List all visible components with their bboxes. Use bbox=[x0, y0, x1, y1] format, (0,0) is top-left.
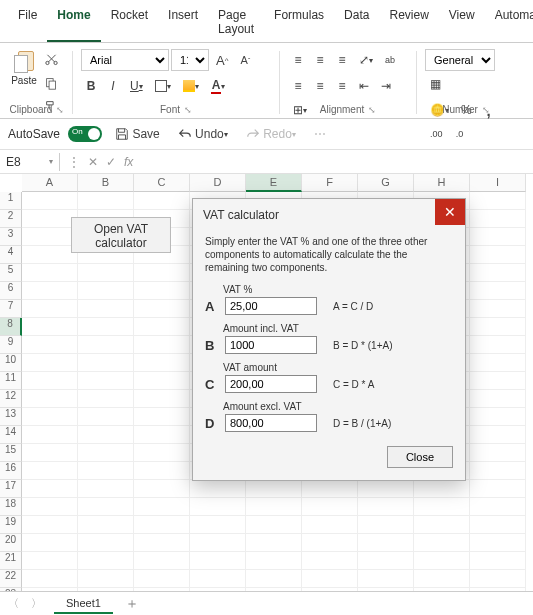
cell[interactable] bbox=[22, 336, 78, 354]
cell[interactable] bbox=[134, 534, 190, 552]
sheet-nav-next[interactable]: 〉 bbox=[31, 596, 42, 611]
cell[interactable] bbox=[22, 534, 78, 552]
cell[interactable] bbox=[78, 408, 134, 426]
italic-button[interactable]: I bbox=[103, 75, 123, 97]
cell[interactable] bbox=[302, 552, 358, 570]
cell[interactable] bbox=[78, 318, 134, 336]
font-family-select[interactable]: Arial bbox=[81, 49, 169, 71]
align-middle-button[interactable]: ≡ bbox=[310, 49, 330, 71]
cell[interactable] bbox=[470, 192, 526, 210]
fx-icon[interactable]: fx bbox=[124, 155, 133, 169]
col-header-F[interactable]: F bbox=[302, 174, 358, 192]
cell[interactable] bbox=[358, 534, 414, 552]
cell[interactable] bbox=[190, 480, 246, 498]
cell[interactable] bbox=[302, 534, 358, 552]
borders-button[interactable]: ▾ bbox=[150, 75, 176, 97]
cell[interactable] bbox=[190, 534, 246, 552]
cell[interactable] bbox=[246, 570, 302, 588]
col-header-A[interactable]: A bbox=[22, 174, 78, 192]
cell[interactable] bbox=[470, 534, 526, 552]
increase-indent-button[interactable]: ⇥ bbox=[376, 75, 396, 97]
cell[interactable] bbox=[22, 228, 78, 246]
cell[interactable] bbox=[470, 480, 526, 498]
cell[interactable] bbox=[78, 480, 134, 498]
cell[interactable] bbox=[134, 462, 190, 480]
col-header-H[interactable]: H bbox=[414, 174, 470, 192]
cell[interactable] bbox=[358, 498, 414, 516]
cell[interactable] bbox=[134, 444, 190, 462]
row-header-4[interactable]: 4 bbox=[0, 246, 22, 264]
cell[interactable] bbox=[302, 516, 358, 534]
row-header-13[interactable]: 13 bbox=[0, 408, 22, 426]
cell[interactable] bbox=[470, 516, 526, 534]
row-header-19[interactable]: 19 bbox=[0, 516, 22, 534]
cell[interactable] bbox=[22, 516, 78, 534]
cell[interactable] bbox=[22, 480, 78, 498]
row-header-11[interactable]: 11 bbox=[0, 372, 22, 390]
open-vat-calculator-button[interactable]: Open VAT calculator bbox=[71, 217, 171, 253]
align-left-button[interactable]: ≡ bbox=[288, 75, 308, 97]
row-header-12[interactable]: 12 bbox=[0, 390, 22, 408]
col-header-I[interactable]: I bbox=[470, 174, 526, 192]
cell[interactable] bbox=[470, 282, 526, 300]
col-header-D[interactable]: D bbox=[190, 174, 246, 192]
name-box[interactable]: E8▾ bbox=[0, 153, 60, 171]
underline-button[interactable]: U ▾ bbox=[125, 75, 148, 97]
col-header-C[interactable]: C bbox=[134, 174, 190, 192]
col-header-B[interactable]: B bbox=[78, 174, 134, 192]
row-header-8[interactable]: 8 bbox=[0, 318, 22, 336]
menu-home[interactable]: Home bbox=[47, 4, 100, 42]
field-input-a[interactable] bbox=[225, 297, 317, 315]
cell[interactable] bbox=[78, 552, 134, 570]
autosave-toggle[interactable]: On bbox=[68, 126, 102, 142]
align-center-button[interactable]: ≡ bbox=[310, 75, 330, 97]
decrease-font-button[interactable]: Aˇ bbox=[235, 49, 255, 71]
formula-input[interactable] bbox=[141, 154, 533, 169]
cell[interactable] bbox=[78, 390, 134, 408]
row-header-17[interactable]: 17 bbox=[0, 480, 22, 498]
cell[interactable] bbox=[22, 462, 78, 480]
cell[interactable] bbox=[134, 408, 190, 426]
cell[interactable] bbox=[358, 480, 414, 498]
cell[interactable] bbox=[246, 480, 302, 498]
cell[interactable] bbox=[134, 426, 190, 444]
cut-button[interactable] bbox=[40, 49, 63, 71]
cell[interactable] bbox=[22, 210, 78, 228]
cell[interactable] bbox=[22, 192, 78, 210]
row-header-1[interactable]: 1 bbox=[0, 192, 22, 210]
cell[interactable] bbox=[134, 264, 190, 282]
quickbar-overflow[interactable]: ⋯ bbox=[309, 123, 331, 145]
wrap-text-button[interactable]: ab bbox=[380, 49, 400, 71]
cell[interactable] bbox=[414, 570, 470, 588]
menu-file[interactable]: File bbox=[8, 4, 47, 42]
cell[interactable] bbox=[246, 498, 302, 516]
field-input-b[interactable] bbox=[225, 336, 317, 354]
cell[interactable] bbox=[78, 192, 134, 210]
row-header-5[interactable]: 5 bbox=[0, 264, 22, 282]
sheet-tab[interactable]: Sheet1 bbox=[54, 594, 113, 614]
cell[interactable] bbox=[78, 462, 134, 480]
cell[interactable] bbox=[470, 336, 526, 354]
save-button[interactable]: Save bbox=[110, 123, 165, 145]
row-header-6[interactable]: 6 bbox=[0, 282, 22, 300]
field-input-d[interactable] bbox=[225, 414, 317, 432]
sheet-nav-prev[interactable]: 〈 bbox=[8, 596, 19, 611]
cell[interactable] bbox=[22, 408, 78, 426]
cell[interactable] bbox=[134, 552, 190, 570]
cell[interactable] bbox=[134, 498, 190, 516]
orientation-button[interactable]: ⤢▾ bbox=[354, 49, 378, 71]
cell[interactable] bbox=[78, 426, 134, 444]
cell[interactable] bbox=[358, 552, 414, 570]
cell[interactable] bbox=[302, 498, 358, 516]
cell[interactable] bbox=[302, 480, 358, 498]
row-header-20[interactable]: 20 bbox=[0, 534, 22, 552]
cell[interactable] bbox=[134, 354, 190, 372]
cell[interactable] bbox=[470, 264, 526, 282]
fill-color-button[interactable]: ▾ bbox=[178, 75, 204, 97]
menu-automate[interactable]: Automate bbox=[485, 4, 533, 42]
cell[interactable] bbox=[22, 282, 78, 300]
align-top-button[interactable]: ≡ bbox=[288, 49, 308, 71]
formula-cancel-icon[interactable]: ✕ bbox=[88, 155, 98, 169]
bold-button[interactable]: B bbox=[81, 75, 101, 97]
cell[interactable] bbox=[78, 372, 134, 390]
